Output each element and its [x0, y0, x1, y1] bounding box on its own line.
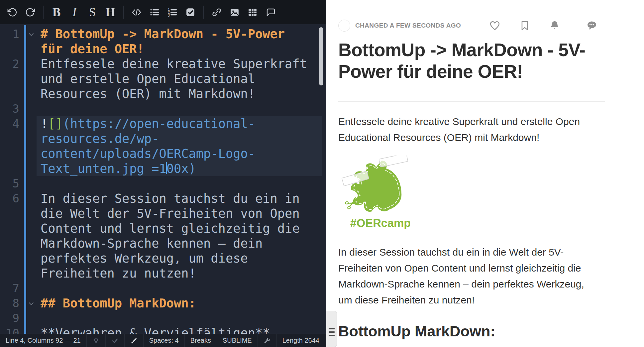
preview-actions	[489, 15, 605, 37]
editor-scrollbar-thumb[interactable]	[319, 27, 323, 85]
strikethrough-button[interactable]: S	[83, 3, 101, 22]
fold-gutter	[21, 326, 36, 334]
editor-line-2[interactable]: 2Entfessele deine kreative Superkraft un…	[0, 57, 326, 101]
line-content: **Verwahren & Vervielfältigen**	[36, 326, 310, 334]
comment-bubble-button[interactable]	[579, 15, 605, 37]
editor-line-9[interactable]: 9	[0, 311, 326, 326]
editor-line-6[interactable]: 6In dieser Session tauchst du ein in die…	[0, 191, 326, 281]
line-content: Entfessele deine kreative Superkraft und…	[36, 57, 310, 101]
line-number: 9	[0, 311, 21, 326]
comment-button[interactable]	[262, 3, 279, 22]
unordered-list-icon	[150, 7, 160, 17]
bold-icon: B	[53, 6, 61, 18]
editor-lines: 1# BottomUp -> MarkDown - 5V-Power für d…	[0, 27, 326, 334]
toolbar-group: 123	[128, 3, 199, 22]
fold-chevron-icon[interactable]	[21, 27, 36, 42]
editor-line-3[interactable]: 3	[0, 101, 326, 116]
link-icon	[212, 7, 222, 17]
spellcheck-check-icon[interactable]	[106, 334, 125, 347]
editor-line-4[interactable]: 4![](https://open-educational-resources.…	[0, 116, 326, 176]
image-button[interactable]	[226, 3, 244, 22]
toolbar-group	[208, 3, 279, 22]
table-button[interactable]	[244, 3, 262, 22]
undo-icon	[7, 7, 17, 17]
fold-chevron-icon[interactable]	[21, 296, 36, 311]
heading-button[interactable]: H	[101, 3, 119, 22]
editor-toolbar: BISH123	[0, 0, 326, 24]
indent-setting[interactable]: Spaces: 4	[144, 334, 185, 347]
fold-gutter	[21, 281, 36, 296]
preview-header: CHANGED A FEW SECONDS AGO	[338, 19, 605, 32]
doc-paragraph-1: Entfessele deine kreative Superkraft und…	[338, 114, 597, 146]
heart-icon	[489, 20, 500, 31]
code-block-button[interactable]	[128, 3, 146, 22]
wrench-icon[interactable]	[258, 334, 277, 347]
cursor-position: Line 4, Columns 92 — 21	[0, 334, 87, 347]
keymap-setting[interactable]: SUBLIME	[217, 334, 258, 347]
split-drag-handle[interactable]	[326, 311, 337, 347]
markdown-editor[interactable]: 1# BottomUp -> MarkDown - 5V-Power für d…	[0, 24, 326, 334]
fold-gutter	[21, 311, 36, 326]
bell-icon	[549, 20, 560, 31]
bookmark-icon	[519, 20, 530, 31]
line-content	[36, 101, 310, 116]
editor-line-7[interactable]: 7	[0, 281, 326, 296]
comment-icon	[266, 7, 275, 17]
rendered-document: BottomUp -> MarkDown - 5V-Power für dein…	[338, 39, 605, 345]
toolbar-group	[3, 3, 39, 22]
editor-line-5[interactable]: 5	[0, 176, 326, 191]
fold-gutter	[21, 57, 36, 71]
editor-line-10[interactable]: 10**Verwahren & Vervielfältigen**	[0, 326, 326, 334]
document-length: Length 2644	[277, 334, 325, 347]
line-number: 1	[0, 27, 21, 42]
bookmark-button[interactable]	[519, 20, 530, 31]
doc-subheading: BottomUp MarkDown:	[338, 323, 605, 340]
fold-gutter	[21, 116, 36, 131]
redo-button[interactable]	[21, 3, 39, 22]
editor-line-1[interactable]: 1# BottomUp -> MarkDown - 5V-Power für d…	[0, 27, 326, 57]
lightbulb-icon[interactable]	[87, 334, 106, 347]
comment-bubble-icon	[586, 20, 598, 32]
line-content: # BottomUp -> MarkDown - 5V-Power für de…	[36, 27, 310, 57]
unordered-list-button[interactable]	[146, 3, 163, 22]
svg-text:3: 3	[168, 13, 170, 17]
redo-icon	[25, 7, 35, 17]
avatar[interactable]	[338, 20, 350, 32]
line-number: 8	[0, 296, 21, 311]
italic-button[interactable]: I	[65, 3, 83, 22]
check-list-icon	[185, 7, 195, 17]
code-block-icon	[132, 7, 142, 17]
line-number: 10	[0, 326, 21, 334]
ordered-list-button[interactable]: 123	[163, 3, 181, 22]
link-button[interactable]	[208, 3, 226, 22]
line-content	[36, 281, 310, 296]
app-window: BISH123 1# BottomUp -> MarkDown - 5V-Pow…	[0, 0, 644, 347]
bell-button[interactable]	[549, 20, 560, 31]
line-content: ![](https://open-educational-resources.d…	[36, 116, 310, 176]
divider	[338, 345, 605, 345]
toolbar-separator	[43, 6, 44, 19]
check-list-button[interactable]	[181, 3, 199, 22]
linebreak-setting[interactable]: Breaks	[185, 334, 217, 347]
toolbar-group: BISH	[48, 3, 119, 22]
heading-icon: H	[106, 6, 115, 18]
strikethrough-icon: S	[89, 6, 96, 18]
line-number: 6	[0, 191, 21, 206]
line-number: 4	[0, 116, 21, 131]
line-content	[36, 311, 310, 326]
divider	[338, 101, 605, 102]
paintbrush-icon[interactable]	[125, 334, 144, 347]
authorship-color-bar	[24, 25, 26, 334]
fold-gutter	[21, 176, 36, 191]
toolbar-separator	[203, 6, 204, 19]
line-number: 5	[0, 176, 21, 191]
editor-statusbar: Line 4, Columns 92 — 21Spaces: 4BreaksSU…	[0, 334, 326, 347]
fold-gutter	[21, 191, 36, 206]
undo-button[interactable]	[3, 3, 21, 22]
preview-pane: CHANGED A FEW SECONDS AGO BottomUp -> Ma…	[326, 0, 644, 347]
bold-button[interactable]: B	[48, 3, 65, 22]
doc-title: BottomUp -> MarkDown - 5V-Power für dein…	[338, 39, 599, 82]
tape-top-right	[379, 156, 408, 167]
editor-line-8[interactable]: 8## BottomUp MarkDown:	[0, 296, 326, 311]
heart-button[interactable]	[489, 20, 500, 31]
